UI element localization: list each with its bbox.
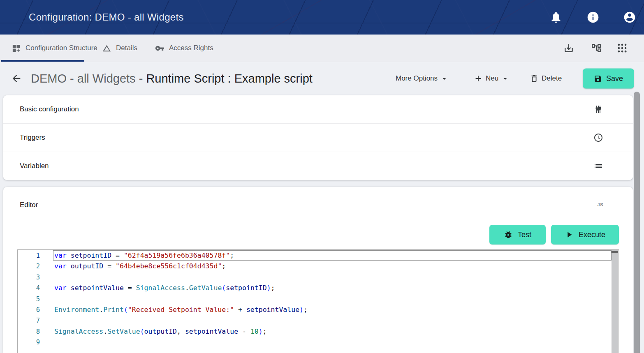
tab-label: Access Rights [169, 44, 213, 52]
plus-icon [474, 74, 483, 83]
toolbar-row: DEMO - all Widgets - Runtime Script : Ex… [0, 62, 644, 95]
key-icon [155, 44, 164, 53]
section-label: Triggers [20, 134, 593, 142]
code-line-1: 1var setpointID = "62f4a519a56fe6b36a405… [18, 250, 612, 261]
bug-icon [504, 230, 513, 239]
page-title: DEMO - all Widgets - Runtime Script : Ex… [31, 72, 313, 85]
tab-label: Details [116, 44, 137, 52]
code-line-3: 3 [18, 272, 612, 283]
execute-label: Execute [579, 231, 605, 239]
app-window: Configuration: DEMO - all Widgets Config… [0, 0, 644, 353]
language-badge: JS [598, 202, 603, 207]
line-number: 3 [18, 272, 53, 283]
save-label: Save [606, 74, 623, 83]
tab-access-rights[interactable]: Access Rights [155, 35, 213, 62]
editor-section-label: Editor [20, 201, 38, 209]
save-floppy-icon [594, 74, 602, 83]
tab-label: Configuration Structure [25, 44, 97, 52]
download-icon[interactable] [563, 43, 574, 53]
breadcrumb: DEMO - all Widgets - [31, 72, 146, 85]
app-title: Configuration: DEMO - all Widgets [29, 12, 184, 23]
test-label: Test [518, 231, 531, 239]
editor-scrollbar[interactable] [612, 250, 618, 353]
tab-configuration-structure[interactable]: Configuration Structure [12, 35, 97, 62]
sections-card: Basic configuration Triggers Variablen [3, 95, 633, 180]
chevron-down-icon [501, 75, 509, 83]
delete-button[interactable]: Delete [530, 74, 562, 83]
code-line-8: 8SignalAccess.SetValue(outputID, setpoin… [18, 326, 612, 337]
line-number: 9 [18, 337, 53, 348]
tab-bar: Configuration Structure Details Access R… [0, 35, 644, 62]
page-title-main: Runtime Script : Example script [146, 72, 313, 85]
app-header: Configuration: DEMO - all Widgets [0, 0, 644, 35]
section-basic-configuration[interactable]: Basic configuration [3, 95, 633, 123]
line-number: 7 [18, 315, 53, 326]
notifications-bell-icon[interactable] [549, 11, 563, 24]
line-number: 5 [18, 294, 53, 305]
page-scrollbar-thumb[interactable] [634, 92, 640, 353]
account-tree-icon[interactable] [591, 43, 602, 53]
tab-details[interactable]: Details [102, 35, 137, 62]
apps-grid-icon[interactable] [617, 43, 628, 53]
section-variablen[interactable]: Variablen [3, 152, 633, 180]
line-number: 1 [18, 250, 53, 261]
section-label: Variablen [20, 162, 593, 170]
line-number: 6 [18, 305, 53, 315]
triangle-icon [102, 44, 111, 53]
trash-icon [530, 74, 539, 83]
section-label: Basic configuration [20, 105, 593, 113]
clock-icon [593, 133, 603, 143]
chevron-down-icon [440, 75, 448, 83]
code-line-2: 2var outputID = "64b4ebe8ce556c1cf04d435… [18, 261, 612, 272]
code-area: 1var setpointID = "62f4a519a56fe6b36a405… [18, 250, 612, 353]
back-arrow-icon[interactable] [11, 73, 22, 84]
account-circle-icon[interactable] [623, 11, 636, 24]
tune-sliders-icon [593, 104, 603, 114]
section-triggers[interactable]: Triggers [3, 123, 633, 152]
delete-label: Delete [542, 74, 562, 83]
line-number: 4 [18, 283, 53, 293]
more-options-label: More Options [396, 74, 438, 83]
code-editor[interactable]: 1var setpointID = "62f4a519a56fe6b36a405… [17, 249, 619, 353]
neu-button[interactable]: Neu [474, 74, 509, 83]
execute-button[interactable]: Execute [551, 225, 619, 245]
neu-label: Neu [486, 74, 498, 83]
line-number: 2 [18, 261, 53, 272]
more-options-button[interactable]: More Options [396, 74, 448, 83]
code-line-4: 4var setpointValue = SignalAccess.GetVal… [18, 283, 612, 293]
list-icon [593, 161, 603, 171]
info-icon[interactable] [586, 11, 600, 24]
editor-card: Editor JS Test Execute 1var setpointID =… [3, 187, 633, 353]
line-number: 8 [18, 326, 53, 337]
code-line-6: 6Environment.Print("Received Setpoint Va… [18, 305, 612, 315]
cursor-overview-marker [612, 251, 618, 253]
code-line-5: 5 [18, 294, 612, 305]
play-icon [565, 230, 574, 239]
dashboard-customize-icon [12, 44, 21, 53]
test-button[interactable]: Test [489, 225, 546, 245]
code-line-9: 9 [18, 337, 612, 348]
save-button[interactable]: Save [583, 69, 634, 89]
code-line-7: 7 [18, 315, 612, 326]
active-tab-underline [1, 60, 84, 62]
